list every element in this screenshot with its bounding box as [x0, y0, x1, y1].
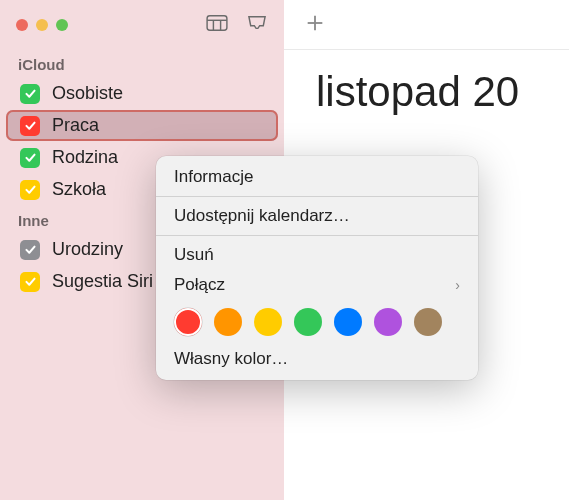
- menu-separator: [156, 196, 478, 197]
- context-menu: InformacjeUdostępnij kalendarz…UsuńPołąc…: [156, 156, 478, 380]
- add-event-button[interactable]: [304, 12, 326, 38]
- color-picker-row: [156, 300, 478, 344]
- calendar-item[interactable]: Praca: [6, 110, 278, 141]
- toolbar-icons: [206, 14, 268, 36]
- sidebar-section-header[interactable]: iCloud: [0, 50, 284, 77]
- calendar-checkbox[interactable]: [20, 84, 40, 104]
- color-swatch[interactable]: [174, 308, 202, 336]
- menu-item-label: Połącz: [174, 275, 225, 295]
- color-swatch[interactable]: [374, 308, 402, 336]
- color-swatch[interactable]: [214, 308, 242, 336]
- calendar-label: Rodzina: [52, 147, 118, 168]
- menu-item[interactable]: Informacje: [156, 162, 478, 192]
- month-title: listopad 20: [284, 50, 569, 116]
- calendar-label: Sugestia Siri: [52, 271, 153, 292]
- menu-item-label: Informacje: [174, 167, 253, 187]
- menu-item[interactable]: Własny kolor…: [156, 344, 478, 374]
- menu-item-label: Własny kolor…: [174, 349, 288, 369]
- calendar-checkbox[interactable]: [20, 240, 40, 260]
- calendar-label: Osobiste: [52, 83, 123, 104]
- calendar-icon[interactable]: [206, 14, 228, 36]
- minimize-button[interactable]: [36, 19, 48, 31]
- menu-separator: [156, 235, 478, 236]
- inbox-icon[interactable]: [246, 14, 268, 36]
- close-button[interactable]: [16, 19, 28, 31]
- calendar-checkbox[interactable]: [20, 180, 40, 200]
- maximize-button[interactable]: [56, 19, 68, 31]
- calendar-checkbox[interactable]: [20, 116, 40, 136]
- menu-item[interactable]: Udostępnij kalendarz…: [156, 201, 478, 231]
- titlebar: [0, 0, 284, 50]
- menu-item[interactable]: Połącz›: [156, 270, 478, 300]
- menu-item-label: Udostępnij kalendarz…: [174, 206, 350, 226]
- chevron-right-icon: ›: [455, 277, 460, 293]
- svg-rect-0: [207, 16, 227, 30]
- calendar-checkbox[interactable]: [20, 272, 40, 292]
- calendar-label: Szkoła: [52, 179, 106, 200]
- calendar-item[interactable]: Osobiste: [6, 78, 278, 109]
- color-swatch[interactable]: [414, 308, 442, 336]
- menu-item[interactable]: Usuń: [156, 240, 478, 270]
- calendar-checkbox[interactable]: [20, 148, 40, 168]
- color-swatch[interactable]: [334, 308, 362, 336]
- main-toolbar: [284, 0, 569, 50]
- window-controls: [16, 19, 68, 31]
- calendar-label: Urodziny: [52, 239, 123, 260]
- calendar-label: Praca: [52, 115, 99, 136]
- color-swatch[interactable]: [254, 308, 282, 336]
- color-swatch[interactable]: [294, 308, 322, 336]
- menu-item-label: Usuń: [174, 245, 214, 265]
